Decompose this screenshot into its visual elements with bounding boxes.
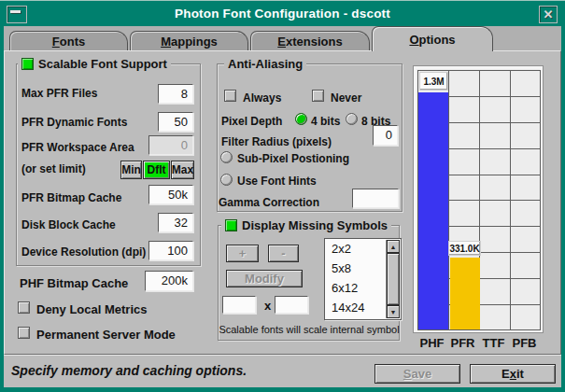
symbol-width-field[interactable] — [222, 296, 256, 314]
exit-button[interactable]: Exit — [470, 364, 556, 384]
chart-category-pfr: PFR — [447, 336, 478, 350]
close-button[interactable]: ✕ — [539, 6, 558, 23]
tab-bar: Fonts Mappings Extensions Options — [4, 26, 561, 50]
gamma-correction-label: Gamma Correction — [219, 196, 319, 209]
symbol-size-separator: x — [264, 299, 271, 313]
chart-plot-area: 1.3M 331.0K — [417, 70, 541, 330]
chart-value-label-pfr: 331.0K — [448, 241, 481, 256]
deny-local-metrics-label: Deny Local Metrics — [36, 302, 148, 316]
aa-never-checkbox[interactable] — [312, 90, 324, 102]
limit-max-button[interactable]: Max — [171, 161, 194, 179]
symbol-modify-button[interactable]: Modify — [226, 270, 303, 287]
chart-bar-phf — [418, 92, 448, 329]
chart-category-pfb: PFB — [509, 336, 540, 350]
status-bar: Specify memory and caching options. Save… — [4, 355, 561, 387]
symbol-remove-button[interactable]: - — [268, 245, 299, 262]
deny-local-metrics-checkbox[interactable] — [18, 301, 30, 314]
scroll-down-icon[interactable]: ▼ — [387, 305, 400, 318]
aa-never-label: Never — [331, 91, 361, 105]
missing-symbols-checkbox[interactable] — [225, 219, 237, 231]
max-pfr-files-label: Max PFR Files — [21, 87, 97, 100]
aa-always-checkbox[interactable] — [224, 90, 236, 102]
symbol-height-field[interactable] — [275, 296, 308, 314]
pfr-workspace-area-label: PFR Workspace Area — [21, 141, 134, 154]
max-pfr-files-field[interactable]: 8 — [158, 84, 193, 104]
anti-aliasing-title: Anti-Aliasing — [224, 56, 306, 71]
set-limit-label: (or set limit) — [21, 162, 86, 175]
chart-category-phf: PHF — [417, 336, 447, 350]
scrollbar-thumb[interactable] — [387, 253, 400, 305]
device-resolution-label: Device Resolution (dpi) — [21, 245, 146, 259]
chart-bar-pfr — [450, 258, 480, 329]
aa-always-label: Always — [243, 91, 281, 105]
scalable-font-support-checkbox[interactable] — [21, 58, 34, 70]
permanent-server-mode-label: Permanent Server Mode — [36, 328, 176, 342]
pixel-depth-4bits-label: 4 bits — [311, 115, 340, 128]
permanent-server-mode-checkbox[interactable] — [18, 327, 30, 339]
titlebar: Photon Font Configuration - dscott ✕ — [4, 4, 561, 26]
pfr-bitmap-cache-label: PFR Bitmap Cache — [21, 191, 121, 204]
pfr-dynamic-fonts-field[interactable]: 50 — [158, 112, 193, 132]
chart-category-axis: PHF PFR TTF PFB — [417, 336, 540, 350]
symbol-add-button[interactable]: + — [226, 245, 259, 262]
minimize-button[interactable] — [7, 6, 27, 23]
tab-fonts[interactable]: Fonts — [9, 31, 128, 50]
photon-font-configuration-window: Photon Font Configuration - dscott ✕ Fon… — [0, 0, 565, 392]
limit-dflt-button[interactable]: Dflt — [143, 161, 170, 179]
use-font-hints-radio[interactable] — [220, 174, 233, 186]
device-resolution-field[interactable]: 100 — [148, 241, 193, 260]
minimize-icon — [10, 10, 21, 13]
limit-min-button[interactable]: Min — [120, 161, 142, 179]
chart-category-ttf: TTF — [478, 336, 509, 350]
tab-options[interactable]: Options — [372, 26, 493, 51]
tab-extensions[interactable]: Extensions — [250, 31, 370, 50]
chart-value-label-phf: 1.3M — [419, 72, 448, 91]
phf-bitmap-cache-field[interactable]: 200k — [145, 271, 193, 291]
missing-symbols-caption: Scalable fonts will scale internal symbo… — [219, 324, 400, 335]
pfr-workspace-area-field[interactable]: 0 — [148, 135, 193, 155]
tab-mappings[interactable]: Mappings — [130, 31, 248, 50]
font-cache-chart: 1.3M 331.0K — [413, 65, 544, 333]
use-font-hints-label: Use Font Hints — [237, 175, 317, 188]
sub-pixel-radio[interactable] — [220, 151, 233, 163]
gamma-correction-field[interactable] — [352, 189, 399, 208]
window-title: Photon Font Configuration - dscott — [32, 7, 533, 21]
close-icon: ✕ — [540, 7, 557, 21]
symbol-size-list[interactable]: 2x2 5x8 6x12 14x24 ▲ ▼ — [324, 238, 402, 320]
pixel-depth-label: Pixel Depth — [221, 115, 282, 128]
save-button[interactable]: Save — [374, 364, 460, 384]
disk-block-cache-label: Disk Block Cache — [21, 218, 116, 231]
filter-radius-field[interactable]: 0 — [373, 125, 398, 146]
pfr-bitmap-cache-field[interactable]: 50k — [148, 185, 193, 204]
scalable-font-support-title: Scalable Font Support — [18, 56, 171, 71]
list-scrollbar[interactable]: ▲ ▼ — [386, 240, 400, 318]
status-message: Specify memory and caching options. — [11, 363, 247, 378]
pfr-dynamic-fonts-label: PFR Dynamic Fonts — [21, 116, 127, 129]
missing-symbols-title: Display Missing Symbols — [221, 217, 391, 232]
filter-radius-label: Filter Radius (pixels) — [221, 135, 332, 148]
phf-bitmap-cache-label: PHF Bitmap Cache — [20, 276, 128, 290]
disk-block-cache-field[interactable]: 32 — [158, 213, 193, 232]
pixel-depth-8bits-radio[interactable] — [346, 113, 358, 125]
sub-pixel-label: Sub-Pixel Postioning — [237, 152, 349, 165]
scroll-up-icon[interactable]: ▲ — [387, 240, 400, 253]
options-panel: Scalable Font Support Max PFR Files 8 PF… — [4, 50, 561, 355]
pixel-depth-4bits-radio[interactable] — [295, 113, 307, 125]
